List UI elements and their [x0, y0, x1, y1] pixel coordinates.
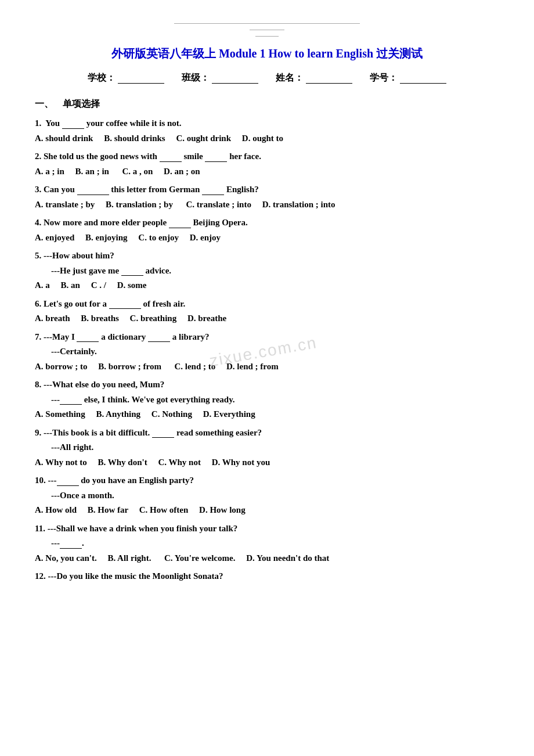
- q6-options: A. breath B. breaths C. breathing D. bre…: [35, 311, 499, 326]
- number-field: 学号：: [370, 72, 446, 84]
- question-12: 12. ---Do you like the music the Moonlig…: [35, 569, 499, 584]
- question-10: 10. --- do you have an English party? --…: [35, 473, 499, 518]
- question-8: 8. ---What else do you need, Mum? --- el…: [35, 377, 499, 422]
- question-2: 2. She told us the good news with smile …: [35, 149, 499, 179]
- question-7: 7. ---May I a dictionary a library? ---C…: [35, 330, 499, 375]
- q11-subtext: ---.: [51, 536, 499, 551]
- q10-subtext: ---Once a month.: [51, 488, 499, 503]
- q1-text: 1. You your coffee while it is not.: [35, 116, 499, 131]
- question-5: 5. ---How about him? ---He just gave me …: [35, 249, 499, 293]
- page-title: 外研版英语八年级上 Module 1 How to learn English …: [35, 46, 499, 62]
- q10-options: A. How old B. How far C. How often D. Ho…: [35, 503, 499, 518]
- q7-options: A. borrow ; to B. borrow ; from C. lend …: [35, 359, 499, 375]
- school-field: 学校：: [88, 72, 164, 84]
- q7-subtext: ---Certainly.: [51, 344, 499, 359]
- q9-text: 9. ---This book is a bit difficult. read…: [35, 426, 499, 441]
- class-field: 班级：: [182, 72, 258, 84]
- section1-header: 一、 单项选择: [35, 98, 499, 110]
- q9-options: A. Why not to B. Why don't C. Why not D.…: [35, 455, 499, 470]
- class-input: [212, 73, 258, 84]
- q5-subtext: ---He just gave me advice.: [51, 264, 499, 279]
- q1-options: A. should drink B. should drinks C. ough…: [35, 131, 499, 146]
- class-label: 班级：: [182, 72, 210, 84]
- number-label: 学号：: [370, 72, 398, 84]
- top-line-1: [174, 23, 360, 24]
- q6-text: 6. Let's go out for a of fresh air.: [35, 297, 499, 312]
- school-input: [118, 73, 164, 84]
- q10-text: 10. --- do you have an English party?: [35, 473, 499, 488]
- q2-options: A. a ; in B. an ; in C. a , on D. an ; o…: [35, 164, 499, 179]
- name-label: 姓名：: [276, 72, 304, 84]
- q11-text: 11. ---Shall we have a drink when you fi…: [35, 521, 499, 537]
- q7-text: 7. ---May I a dictionary a library?: [35, 330, 499, 345]
- q2-text: 2. She told us the good news with smile …: [35, 149, 499, 164]
- question-4: 4. Now more and more elder people Beijin…: [35, 215, 499, 245]
- q3-text: 3. Can you this letter from German Engli…: [35, 182, 499, 197]
- number-input: [400, 73, 446, 84]
- q12-text: 12. ---Do you like the music the Moonlig…: [35, 569, 499, 584]
- q9-subtext: ---All right.: [51, 440, 499, 455]
- q4-text: 4. Now more and more elder people Beijin…: [35, 215, 499, 231]
- q8-text: 8. ---What else do you need, Mum?: [35, 377, 499, 393]
- q5-options: A. a B. an C . / D. some: [35, 278, 499, 293]
- question-11: 11. ---Shall we have a drink when you fi…: [35, 521, 499, 566]
- question-9: 9. ---This book is a bit difficult. read…: [35, 426, 499, 470]
- q3-options: A. translate ; by B. translation ; by C.…: [35, 197, 499, 213]
- questions-list: 1. You your coffee while it is not. A. s…: [35, 116, 499, 584]
- top-line-2: [250, 30, 284, 30]
- question-6: 6. Let's go out for a of fresh air. A. b…: [35, 297, 499, 326]
- question-1: 1. You your coffee while it is not. A. s…: [35, 116, 499, 146]
- student-info-row: 学校： 班级： 姓名： 学号：: [35, 72, 499, 84]
- top-line-3: [255, 36, 279, 37]
- q5-text: 5. ---How about him?: [35, 249, 499, 264]
- q8-subtext: --- else, I think. We've got everything …: [51, 393, 499, 408]
- q8-options: A. Something B. Anything C. Nothing D. E…: [35, 407, 499, 422]
- q4-options: A. enjoyed B. enjoying C. to enjoy D. en…: [35, 231, 499, 246]
- question-3: 3. Can you this letter from German Engli…: [35, 182, 499, 212]
- name-field: 姓名：: [276, 72, 352, 84]
- school-label: 学校：: [88, 72, 116, 84]
- q11-options: A. No, you can't. B. All right. C. You'r…: [35, 551, 499, 566]
- name-input: [306, 73, 352, 84]
- top-decorative-lines: [35, 23, 499, 37]
